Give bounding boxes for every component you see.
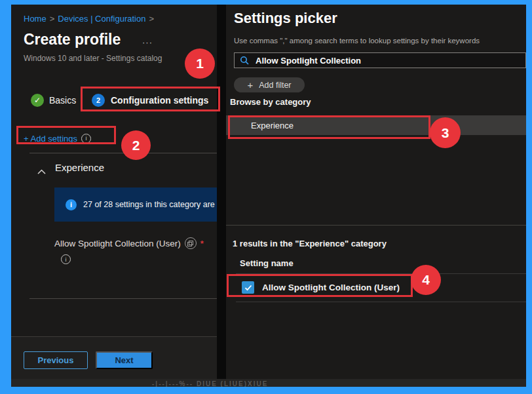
info-icon: i bbox=[66, 199, 77, 210]
result-setting-label[interactable]: Allow Spotlight Collection (User) bbox=[262, 283, 400, 292]
tab-configuration-settings-label: Configuration settings bbox=[111, 95, 208, 106]
previous-button[interactable]: Previous bbox=[24, 351, 88, 369]
category-info-message: 27 of 28 settings in this category are bbox=[83, 200, 215, 209]
settings-picker-subtitle: Use commas "," among search terms to loo… bbox=[234, 37, 480, 45]
add-settings-label: + Add settings bbox=[24, 134, 77, 144]
category-row-label: Experience bbox=[251, 121, 294, 130]
annotation-badge-4: 4 bbox=[411, 265, 441, 295]
watermark-text: -|--|---%-- DIUE (LIUE)XIUE bbox=[152, 380, 268, 387]
annotation-badge-1: 1 bbox=[185, 49, 215, 79]
settings-search-box[interactable] bbox=[234, 52, 526, 68]
annotation-badge-3: 3 bbox=[430, 117, 461, 148]
setting-info-icon[interactable]: i bbox=[61, 254, 71, 264]
setting-label: Allow Spotlight Collection (User) bbox=[54, 239, 181, 248]
required-asterisk: * bbox=[200, 239, 204, 248]
divider bbox=[29, 298, 217, 299]
tab-basics[interactable]: ✓ Basics bbox=[31, 93, 76, 108]
page-title: Create profile bbox=[24, 31, 121, 49]
breadcrumb-separator: > bbox=[50, 14, 55, 24]
settings-picker-panel: Settings picker Use commas "," among sea… bbox=[226, 5, 526, 379]
annotation-badge-2: 2 bbox=[121, 130, 151, 160]
page-subtitle: Windows 10 and later - Settings catalog bbox=[24, 54, 162, 63]
setting-row: Allow Spotlight Collection (User) * bbox=[54, 237, 204, 249]
completed-check-icon: ✓ bbox=[31, 94, 44, 107]
breadcrumb-devices-configuration-link[interactable]: Devices | Configuration bbox=[58, 14, 145, 24]
settings-picker-title: Settings picker bbox=[234, 10, 337, 27]
more-menu-icon[interactable]: ··· bbox=[142, 37, 153, 47]
setting-scope-icon bbox=[185, 237, 197, 249]
result-checkbox[interactable] bbox=[242, 281, 254, 294]
category-section-title: Experience bbox=[55, 162, 104, 173]
breadcrumb: Home>Devices | Configuration> bbox=[24, 14, 157, 24]
breadcrumb-home-link[interactable]: Home bbox=[24, 14, 47, 24]
plus-icon: + bbox=[247, 80, 253, 90]
divider bbox=[226, 225, 526, 226]
results-summary: 1 results in the "Experience" category bbox=[233, 239, 387, 248]
screenshot-frame: Home>Devices | Configuration> Create pro… bbox=[0, 0, 532, 394]
search-input[interactable] bbox=[254, 55, 520, 66]
divider bbox=[236, 273, 526, 274]
tab-configuration-settings[interactable]: 2 Configuration settings bbox=[92, 93, 208, 108]
category-info-banner: i 27 of 28 settings in this category are bbox=[54, 187, 217, 222]
add-settings-link[interactable]: + Add settings i bbox=[24, 130, 91, 146]
next-button[interactable]: Next bbox=[96, 351, 153, 369]
divider bbox=[236, 302, 526, 302]
tab-basics-label: Basics bbox=[49, 95, 76, 106]
info-icon[interactable]: i bbox=[81, 134, 91, 144]
setting-name-column-header: Setting name bbox=[240, 258, 294, 268]
add-filter-label: Add filter bbox=[259, 81, 291, 90]
search-icon bbox=[240, 56, 249, 65]
chevron-up-icon[interactable] bbox=[37, 165, 46, 177]
portal-background: Home>Devices | Configuration> Create pro… bbox=[11, 5, 526, 387]
step-number-icon: 2 bbox=[92, 94, 105, 107]
footer-strip: -|--|---%-- DIUE (LIUE)XIUE bbox=[11, 379, 526, 387]
category-row-experience[interactable]: Experience bbox=[226, 115, 526, 135]
breadcrumb-separator: > bbox=[149, 14, 154, 24]
add-filter-button[interactable]: + Add filter bbox=[234, 77, 305, 92]
browse-by-category-label: Browse by category bbox=[230, 97, 311, 107]
